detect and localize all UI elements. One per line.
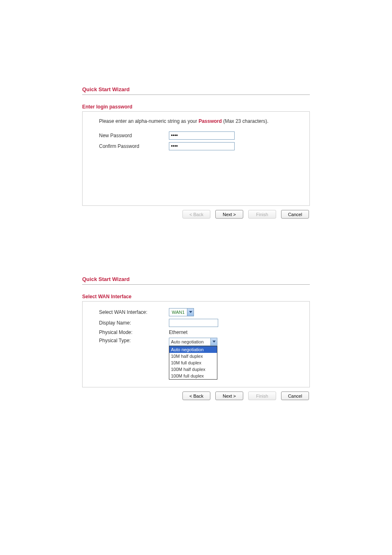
select-wan-label: Select WAN Interface: [99, 309, 169, 315]
back-button-2[interactable]: < Back [182, 391, 210, 400]
password-panel: Please enter an alpha-numeric string as … [82, 111, 310, 206]
instructions-post: (Max 23 characters). [222, 118, 268, 124]
wan-panel: Select WAN Interface: WAN1 Display Name:… [82, 301, 310, 387]
button-row-2: < Back Next > Finish Cancel [82, 391, 310, 400]
dropdown-list: Auto negotiation 10M half duplex 10M ful… [169, 346, 217, 380]
finish-button: Finish [248, 210, 276, 219]
step-title: Enter login password [82, 104, 310, 110]
dropdown-item-auto-negotiation[interactable]: Auto negotiation [169, 346, 217, 353]
display-name-input[interactable] [169, 319, 218, 327]
dropdown-item-10m-half[interactable]: 10M half duplex [169, 353, 217, 359]
confirm-password-row: Confirm Password [99, 142, 293, 150]
next-button-2[interactable]: Next > [215, 391, 243, 400]
cancel-button-2[interactable]: Cancel [281, 391, 309, 400]
cancel-button[interactable]: Cancel [281, 210, 309, 219]
confirm-password-input[interactable] [169, 142, 235, 150]
new-password-input[interactable] [169, 131, 235, 140]
new-password-row: New Password [99, 131, 293, 140]
physical-mode-label: Physical Mode: [99, 329, 169, 335]
chevron-down-icon [187, 309, 194, 316]
instructions: Please enter an alpha-numeric string as … [99, 118, 293, 124]
wizard-password-section: Quick Start Wizard Enter login password … [82, 86, 310, 219]
wizard-wan-section: Quick Start Wizard Select WAN Interface … [82, 276, 310, 400]
dropdown-item-100m-full[interactable]: 100M full duplex [169, 373, 217, 379]
wizard-title-2: Quick Start Wizard [82, 276, 310, 285]
display-name-row: Display Name: [99, 319, 293, 327]
svg-marker-0 [189, 311, 192, 313]
dropdown-item-10m-full[interactable]: 10M full duplex [169, 359, 217, 366]
select-wan-value: WAN1 [169, 310, 187, 315]
step-title-2: Select WAN Interface [82, 294, 310, 299]
svg-marker-1 [212, 341, 216, 343]
back-button: < Back [182, 210, 210, 219]
physical-type-selected: Auto negotiation [169, 339, 210, 344]
chevron-down-icon [210, 338, 217, 345]
instructions-pre: Please enter an alpha-numeric string as … [99, 118, 198, 124]
wizard-title: Quick Start Wizard [82, 86, 310, 95]
physical-type-row: Physical Type: Auto negotiation Auto neg… [99, 338, 293, 346]
physical-type-select[interactable]: Auto negotiation [169, 338, 217, 346]
confirm-password-label: Confirm Password [99, 143, 169, 149]
physical-type-label: Physical Type: [99, 338, 169, 343]
physical-type-dropdown: Auto negotiation 10M half duplex 10M ful… [169, 346, 217, 380]
instructions-bold: Password [198, 118, 222, 124]
finish-button-2: Finish [248, 391, 276, 400]
physical-mode-value: Ethernet [169, 329, 187, 335]
dropdown-item-100m-half[interactable]: 100M half duplex [169, 366, 217, 373]
button-row-1: < Back Next > Finish Cancel [82, 210, 310, 219]
select-wan-interface[interactable]: WAN1 [169, 308, 194, 316]
physical-type-select-wrap: Auto negotiation Auto negotiation 10M ha… [169, 338, 217, 346]
display-name-label: Display Name: [99, 320, 169, 326]
physical-mode-row: Physical Mode: Ethernet [99, 329, 293, 335]
next-button[interactable]: Next > [215, 210, 243, 219]
select-wan-row: Select WAN Interface: WAN1 [99, 308, 293, 316]
new-password-label: New Password [99, 133, 169, 138]
